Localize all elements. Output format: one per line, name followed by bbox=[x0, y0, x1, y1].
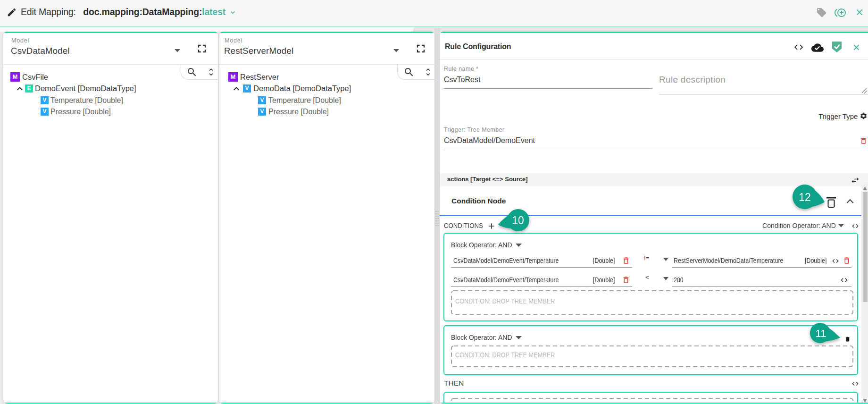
svg-text:10: 10 bbox=[512, 214, 524, 227]
svg-text:12: 12 bbox=[799, 191, 811, 203]
svg-text:11: 11 bbox=[816, 328, 826, 339]
